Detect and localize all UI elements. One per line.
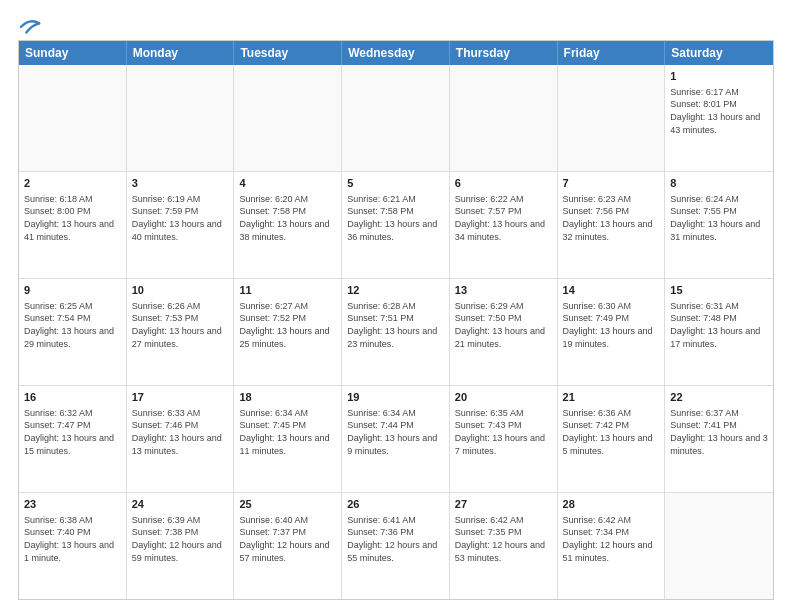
- day-number: 20: [455, 390, 552, 405]
- calendar-cell: 15Sunrise: 6:31 AMSunset: 7:48 PMDayligh…: [665, 279, 773, 385]
- cell-info: Sunrise: 6:20 AMSunset: 7:58 PMDaylight:…: [239, 193, 336, 243]
- calendar-cell: 19Sunrise: 6:34 AMSunset: 7:44 PMDayligh…: [342, 386, 450, 492]
- day-number: 24: [132, 497, 229, 512]
- cell-info: Sunrise: 6:32 AMSunset: 7:47 PMDaylight:…: [24, 407, 121, 457]
- logo: [18, 16, 41, 34]
- calendar-cell: 18Sunrise: 6:34 AMSunset: 7:45 PMDayligh…: [234, 386, 342, 492]
- calendar-cell: 28Sunrise: 6:42 AMSunset: 7:34 PMDayligh…: [558, 493, 666, 599]
- calendar-cell: 11Sunrise: 6:27 AMSunset: 7:52 PMDayligh…: [234, 279, 342, 385]
- day-number: 28: [563, 497, 660, 512]
- calendar-cell: 12Sunrise: 6:28 AMSunset: 7:51 PMDayligh…: [342, 279, 450, 385]
- calendar-cell: 8Sunrise: 6:24 AMSunset: 7:55 PMDaylight…: [665, 172, 773, 278]
- cell-info: Sunrise: 6:26 AMSunset: 7:53 PMDaylight:…: [132, 300, 229, 350]
- calendar-cell: 22Sunrise: 6:37 AMSunset: 7:41 PMDayligh…: [665, 386, 773, 492]
- cell-info: Sunrise: 6:35 AMSunset: 7:43 PMDaylight:…: [455, 407, 552, 457]
- logo-icon: [19, 16, 41, 38]
- calendar: SundayMondayTuesdayWednesdayThursdayFrid…: [18, 40, 774, 600]
- calendar-row: 16Sunrise: 6:32 AMSunset: 7:47 PMDayligh…: [19, 386, 773, 493]
- calendar-cell: 27Sunrise: 6:42 AMSunset: 7:35 PMDayligh…: [450, 493, 558, 599]
- cell-info: Sunrise: 6:36 AMSunset: 7:42 PMDaylight:…: [563, 407, 660, 457]
- weekday-header: Tuesday: [234, 41, 342, 65]
- cell-info: Sunrise: 6:28 AMSunset: 7:51 PMDaylight:…: [347, 300, 444, 350]
- cell-info: Sunrise: 6:29 AMSunset: 7:50 PMDaylight:…: [455, 300, 552, 350]
- cell-info: Sunrise: 6:19 AMSunset: 7:59 PMDaylight:…: [132, 193, 229, 243]
- day-number: 9: [24, 283, 121, 298]
- day-number: 23: [24, 497, 121, 512]
- calendar-cell: 4Sunrise: 6:20 AMSunset: 7:58 PMDaylight…: [234, 172, 342, 278]
- cell-info: Sunrise: 6:42 AMSunset: 7:35 PMDaylight:…: [455, 514, 552, 564]
- weekday-header: Friday: [558, 41, 666, 65]
- day-number: 22: [670, 390, 768, 405]
- calendar-body: 1Sunrise: 6:17 AMSunset: 8:01 PMDaylight…: [19, 65, 773, 599]
- day-number: 1: [670, 69, 768, 84]
- cell-info: Sunrise: 6:31 AMSunset: 7:48 PMDaylight:…: [670, 300, 768, 350]
- cell-info: Sunrise: 6:21 AMSunset: 7:58 PMDaylight:…: [347, 193, 444, 243]
- cell-info: Sunrise: 6:22 AMSunset: 7:57 PMDaylight:…: [455, 193, 552, 243]
- day-number: 18: [239, 390, 336, 405]
- calendar-cell: 2Sunrise: 6:18 AMSunset: 8:00 PMDaylight…: [19, 172, 127, 278]
- day-number: 4: [239, 176, 336, 191]
- day-number: 8: [670, 176, 768, 191]
- day-number: 10: [132, 283, 229, 298]
- calendar-cell: 24Sunrise: 6:39 AMSunset: 7:38 PMDayligh…: [127, 493, 235, 599]
- calendar-cell: 6Sunrise: 6:22 AMSunset: 7:57 PMDaylight…: [450, 172, 558, 278]
- cell-info: Sunrise: 6:34 AMSunset: 7:45 PMDaylight:…: [239, 407, 336, 457]
- cell-info: Sunrise: 6:25 AMSunset: 7:54 PMDaylight:…: [24, 300, 121, 350]
- calendar-cell: 23Sunrise: 6:38 AMSunset: 7:40 PMDayligh…: [19, 493, 127, 599]
- day-number: 6: [455, 176, 552, 191]
- day-number: 13: [455, 283, 552, 298]
- calendar-cell: 21Sunrise: 6:36 AMSunset: 7:42 PMDayligh…: [558, 386, 666, 492]
- day-number: 5: [347, 176, 444, 191]
- weekday-header: Thursday: [450, 41, 558, 65]
- weekday-header: Sunday: [19, 41, 127, 65]
- day-number: 17: [132, 390, 229, 405]
- calendar-cell: [558, 65, 666, 171]
- calendar-cell: 16Sunrise: 6:32 AMSunset: 7:47 PMDayligh…: [19, 386, 127, 492]
- cell-info: Sunrise: 6:41 AMSunset: 7:36 PMDaylight:…: [347, 514, 444, 564]
- day-number: 7: [563, 176, 660, 191]
- cell-info: Sunrise: 6:34 AMSunset: 7:44 PMDaylight:…: [347, 407, 444, 457]
- day-number: 3: [132, 176, 229, 191]
- calendar-cell: 7Sunrise: 6:23 AMSunset: 7:56 PMDaylight…: [558, 172, 666, 278]
- calendar-cell: 9Sunrise: 6:25 AMSunset: 7:54 PMDaylight…: [19, 279, 127, 385]
- calendar-cell: 14Sunrise: 6:30 AMSunset: 7:49 PMDayligh…: [558, 279, 666, 385]
- calendar-cell: [342, 65, 450, 171]
- calendar-cell: 5Sunrise: 6:21 AMSunset: 7:58 PMDaylight…: [342, 172, 450, 278]
- calendar-cell: [234, 65, 342, 171]
- calendar-cell: 20Sunrise: 6:35 AMSunset: 7:43 PMDayligh…: [450, 386, 558, 492]
- calendar-cell: [127, 65, 235, 171]
- page: SundayMondayTuesdayWednesdayThursdayFrid…: [0, 0, 792, 612]
- cell-info: Sunrise: 6:39 AMSunset: 7:38 PMDaylight:…: [132, 514, 229, 564]
- calendar-cell: 10Sunrise: 6:26 AMSunset: 7:53 PMDayligh…: [127, 279, 235, 385]
- day-number: 16: [24, 390, 121, 405]
- cell-info: Sunrise: 6:42 AMSunset: 7:34 PMDaylight:…: [563, 514, 660, 564]
- day-number: 26: [347, 497, 444, 512]
- day-number: 21: [563, 390, 660, 405]
- cell-info: Sunrise: 6:23 AMSunset: 7:56 PMDaylight:…: [563, 193, 660, 243]
- calendar-cell: [19, 65, 127, 171]
- day-number: 11: [239, 283, 336, 298]
- calendar-cell: 3Sunrise: 6:19 AMSunset: 7:59 PMDaylight…: [127, 172, 235, 278]
- day-number: 14: [563, 283, 660, 298]
- calendar-cell: 1Sunrise: 6:17 AMSunset: 8:01 PMDaylight…: [665, 65, 773, 171]
- cell-info: Sunrise: 6:24 AMSunset: 7:55 PMDaylight:…: [670, 193, 768, 243]
- calendar-cell: 25Sunrise: 6:40 AMSunset: 7:37 PMDayligh…: [234, 493, 342, 599]
- cell-info: Sunrise: 6:17 AMSunset: 8:01 PMDaylight:…: [670, 86, 768, 136]
- calendar-cell: 13Sunrise: 6:29 AMSunset: 7:50 PMDayligh…: [450, 279, 558, 385]
- cell-info: Sunrise: 6:37 AMSunset: 7:41 PMDaylight:…: [670, 407, 768, 457]
- day-number: 15: [670, 283, 768, 298]
- calendar-cell: [665, 493, 773, 599]
- weekday-header: Wednesday: [342, 41, 450, 65]
- day-number: 19: [347, 390, 444, 405]
- calendar-cell: 17Sunrise: 6:33 AMSunset: 7:46 PMDayligh…: [127, 386, 235, 492]
- calendar-header: SundayMondayTuesdayWednesdayThursdayFrid…: [19, 41, 773, 65]
- cell-info: Sunrise: 6:30 AMSunset: 7:49 PMDaylight:…: [563, 300, 660, 350]
- header: [18, 16, 774, 34]
- cell-info: Sunrise: 6:18 AMSunset: 8:00 PMDaylight:…: [24, 193, 121, 243]
- weekday-header: Monday: [127, 41, 235, 65]
- day-number: 12: [347, 283, 444, 298]
- weekday-header: Saturday: [665, 41, 773, 65]
- cell-info: Sunrise: 6:40 AMSunset: 7:37 PMDaylight:…: [239, 514, 336, 564]
- cell-info: Sunrise: 6:38 AMSunset: 7:40 PMDaylight:…: [24, 514, 121, 564]
- calendar-cell: [450, 65, 558, 171]
